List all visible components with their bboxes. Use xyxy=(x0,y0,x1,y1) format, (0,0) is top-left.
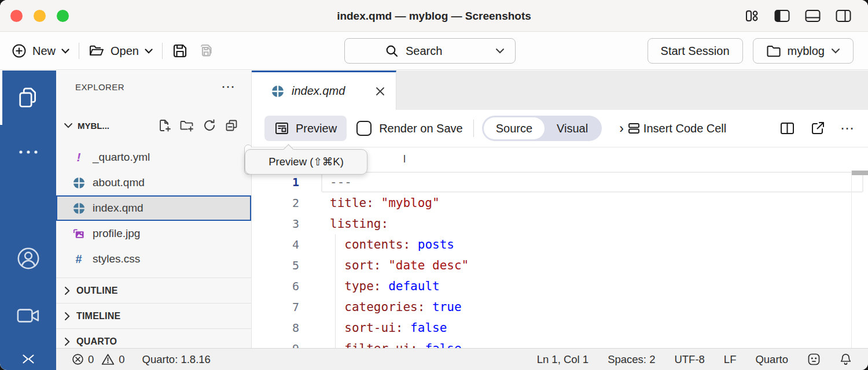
explorer-title: EXPLORER xyxy=(75,82,124,92)
source-mode-button[interactable]: Source xyxy=(484,117,545,139)
render-on-save-checkbox[interactable] xyxy=(356,121,372,136)
code-line[interactable]: 7 categories: true xyxy=(252,297,868,317)
window-title: index.qmd — myblog — Screenshots xyxy=(0,0,868,32)
file-name: profile.jpg xyxy=(93,227,140,240)
chevron-down-icon[interactable] xyxy=(495,48,505,54)
insert-code-cell-button[interactable]: › Insert Code Cell xyxy=(619,122,726,135)
feedback-smiley-icon[interactable] xyxy=(807,353,821,366)
line-number: 8 xyxy=(252,321,321,335)
notifications-bell-icon[interactable] xyxy=(840,353,852,366)
camera-icon[interactable] xyxy=(0,306,56,325)
code-line[interactable]: 4 contents: posts xyxy=(252,234,868,255)
code-editor[interactable]: 1---2title: "myblog"3listing:4 contents:… xyxy=(252,171,868,348)
new-folder-icon[interactable] xyxy=(179,119,194,132)
preview-button[interactable]: Preview xyxy=(264,116,347,141)
editor-toolbar: Preview Render on Save Source Visual › xyxy=(252,110,868,147)
code-line[interactable]: 3listing: xyxy=(252,213,868,234)
code-line[interactable]: 1--- xyxy=(252,172,868,193)
file-row-profile-jpg[interactable]: profile.jpg xyxy=(56,221,251,246)
new-button[interactable]: New xyxy=(12,43,69,58)
breadcrumb-partial-text: l xyxy=(403,153,406,165)
eol-status[interactable]: LF xyxy=(724,353,737,366)
editor-area: index.qmd Preview Render on Save xyxy=(252,71,868,348)
line-content: --- xyxy=(321,172,863,193)
line-number: 4 xyxy=(252,238,321,251)
chevron-right-icon xyxy=(64,337,71,346)
section-outline[interactable]: OUTLINE xyxy=(56,278,251,303)
line-content: type: default xyxy=(321,276,863,297)
file-row-about-qmd[interactable]: about.qmd xyxy=(56,170,251,195)
open-button[interactable]: Open xyxy=(89,44,153,58)
yaml-exclamation-icon: ! xyxy=(72,150,85,164)
encoding-status[interactable]: UTF-8 xyxy=(674,353,704,366)
tab-index-qmd[interactable]: index.qmd xyxy=(252,71,396,110)
file-row-quarto-yml[interactable]: ! _quarto.yml xyxy=(56,145,251,170)
cursor-position-status[interactable]: Ln 1, Col 1 xyxy=(537,353,589,366)
refresh-icon[interactable] xyxy=(203,119,216,132)
quarto-version-status[interactable]: Quarto: 1.8.16 xyxy=(142,353,211,366)
line-number: 9 xyxy=(252,342,321,348)
code-line[interactable]: 2title: "myblog" xyxy=(252,193,868,213)
file-row-styles-css[interactable]: # styles.css xyxy=(56,246,251,272)
chevron-down-icon xyxy=(831,48,840,54)
start-session-button[interactable]: Start Session xyxy=(648,38,743,64)
toolbar-divider xyxy=(79,43,79,59)
error-count: 0 xyxy=(88,353,94,366)
code-line[interactable]: 9 filter-ui: false xyxy=(252,338,868,348)
more-views-icon[interactable] xyxy=(0,149,56,156)
file-name: styles.css xyxy=(93,253,140,265)
save-all-icon[interactable] xyxy=(197,43,215,59)
workspace-root-row[interactable]: MYBL... xyxy=(56,114,251,136)
collapse-all-icon[interactable] xyxy=(225,119,238,132)
file-row-index-qmd[interactable]: index.qmd xyxy=(56,195,251,221)
line-content: categories: true xyxy=(321,297,863,317)
preview-icon xyxy=(274,121,289,135)
workspace-button[interactable]: myblog xyxy=(753,38,854,64)
save-icon[interactable] xyxy=(172,43,188,59)
source-visual-toggle: Source Visual xyxy=(482,116,602,141)
line-number: 1 xyxy=(252,175,321,189)
title-bar: index.qmd — myblog — Screenshots xyxy=(0,0,868,32)
line-number: 6 xyxy=(252,279,321,293)
line-content: contents: posts xyxy=(321,234,863,255)
warning-icon xyxy=(101,353,115,365)
section-label: OUTLINE xyxy=(76,286,118,296)
problems-status[interactable]: 0 0 xyxy=(72,353,125,366)
code-line[interactable]: 8 sort-ui: false xyxy=(252,317,868,338)
toggle-secondary-sidebar-icon[interactable] xyxy=(835,8,852,24)
account-icon[interactable] xyxy=(0,245,56,272)
section-timeline[interactable]: TIMELINE xyxy=(56,303,251,328)
render-on-save-label: Render on Save xyxy=(379,122,463,135)
explorer-view-icon[interactable] xyxy=(0,86,56,111)
editor-more-icon[interactable]: ⋯ xyxy=(840,125,855,131)
insert-code-cell-label: Insert Code Cell xyxy=(643,122,726,135)
toggle-panel-icon[interactable] xyxy=(804,8,821,24)
split-editor-icon[interactable] xyxy=(779,121,795,135)
chevron-down-icon xyxy=(64,123,73,129)
code-line[interactable]: 5 sort: "date desc" xyxy=(252,255,868,276)
quarto-globe-icon xyxy=(72,177,85,189)
new-file-icon[interactable] xyxy=(157,119,171,132)
file-name: _quarto.yml xyxy=(93,151,150,164)
tab-strip: index.qmd xyxy=(252,71,868,110)
editor-scrollbar-thumb[interactable] xyxy=(852,171,868,175)
code-line[interactable]: 6 type: default xyxy=(252,276,868,297)
customize-layout-icon[interactable] xyxy=(744,8,760,24)
open-external-icon[interactable] xyxy=(810,121,825,136)
search-input[interactable]: Search xyxy=(344,38,516,64)
language-mode-status[interactable]: Quarto xyxy=(755,353,788,366)
remote-indicator[interactable] xyxy=(0,348,56,370)
chevron-right-icon xyxy=(64,312,71,321)
app-window: index.qmd — myblog — Screenshots xyxy=(0,0,868,370)
toggle-sidebar-icon[interactable] xyxy=(774,8,790,24)
line-content: listing: xyxy=(321,213,863,234)
visual-mode-button[interactable]: Visual xyxy=(545,117,600,139)
indentation-status[interactable]: Spaces: 2 xyxy=(608,353,655,366)
file-tree: ! _quarto.yml about.qmd index.qmd xyxy=(56,145,251,272)
start-session-label: Start Session xyxy=(661,45,730,58)
workspace-root-label: MYBL... xyxy=(78,121,109,131)
explorer-more-icon[interactable]: ⋯ xyxy=(221,84,236,90)
close-icon[interactable] xyxy=(375,86,385,97)
section-quarto[interactable]: QUARTO xyxy=(56,328,251,348)
tooltip-text: Preview (⇧⌘K) xyxy=(269,156,344,168)
